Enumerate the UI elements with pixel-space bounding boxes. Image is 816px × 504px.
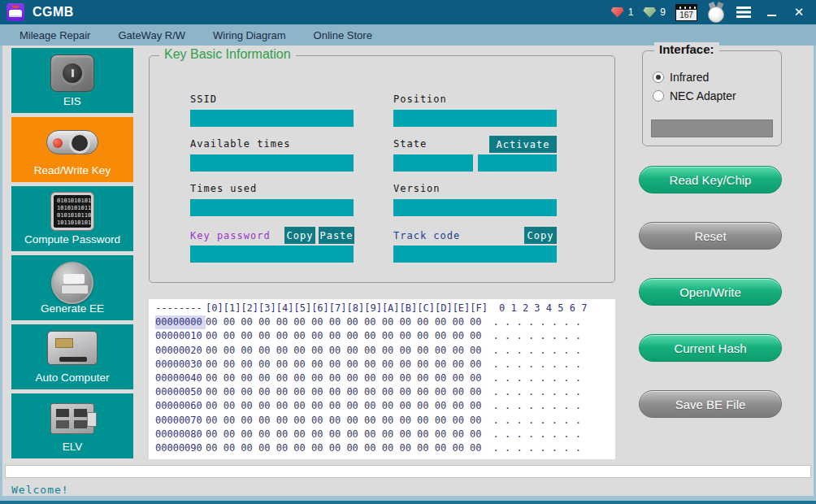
hex-column-header: [7]	[329, 302, 347, 314]
hex-ascii-cell: . . . . . . . .	[493, 428, 581, 441]
sidebar-item[interactable]: ELV	[11, 393, 133, 458]
interface-panel-title: Interface:	[654, 42, 719, 56]
interface-progress-bar	[651, 119, 773, 137]
times-used-field[interactable]	[190, 199, 354, 216]
key-password-copy-button[interactable]: Copy	[284, 227, 315, 244]
key-password-paste-button[interactable]: Paste	[319, 227, 354, 244]
state-field-2[interactable]	[478, 154, 557, 172]
menu-item[interactable]: Wiring Diagram	[213, 29, 286, 41]
hex-ascii-cell: . . . . . . . .	[493, 371, 581, 385]
hex-column-header: [5]	[293, 302, 311, 314]
hex-bytes-cell: 00 00 00 00 00 00 00 00 00 00 00 00 00 0…	[206, 371, 482, 385]
hex-ascii-cell: . . . . . . . .	[493, 329, 581, 343]
version-field[interactable]	[393, 199, 557, 216]
hex-row[interactable]: 0000009000 00 00 00 00 00 00 00 00 00 00…	[155, 441, 615, 455]
close-button[interactable]: ✕	[790, 0, 808, 24]
menu-item[interactable]: Online Store	[314, 29, 372, 41]
hex-offset-cell: 00000020	[155, 344, 206, 358]
hex-row[interactable]: 0000005000 00 00 00 00 00 00 00 00 00 00…	[155, 385, 615, 399]
hex-row[interactable]: 0000008000 00 00 00 00 00 00 00 00 00 00…	[155, 428, 615, 441]
sidebar-item-icon	[51, 262, 93, 304]
hex-bytes-cell: 00 00 00 00 00 00 00 00 00 00 00 00 00 0…	[206, 329, 482, 343]
sidebar: EISRead/Write KeyCompute PasswordGenerat…	[11, 48, 133, 458]
interface-radio-option[interactable]: Infrared	[653, 71, 736, 84]
hex-ascii-cell: . . . . . . . .	[493, 414, 581, 428]
hamburger-menu-button[interactable]	[735, 0, 753, 24]
action-button[interactable]: Save BE File	[639, 390, 782, 418]
hex-bytes-cell: 00 00 00 00 00 00 00 00 00 00 00 00 00 0…	[206, 315, 482, 329]
menu-item[interactable]: GateWay R/W	[118, 29, 185, 41]
action-button[interactable]: Current Hash	[639, 334, 782, 362]
hex-column-header: [D]	[435, 302, 453, 314]
hex-bytes-cell: 00 00 00 00 00 00 00 00 00 00 00 00 00 0…	[206, 414, 482, 428]
hex-row[interactable]: 0000003000 00 00 00 00 00 00 00 00 00 00…	[155, 358, 615, 371]
app-window: CGMB 1 9 167 ✕ Mileage RepairGateWay	[0, 0, 816, 504]
track-code-copy-button[interactable]: Copy	[524, 227, 557, 244]
hex-column-header: [6]	[311, 302, 329, 314]
hex-offset-cell: 00000070	[155, 414, 206, 428]
minimize-button[interactable]	[762, 0, 780, 24]
hex-bytes-cell: 00 00 00 00 00 00 00 00 00 00 00 00 00 0…	[206, 344, 482, 358]
hex-ascii-header: 0 1 2 3 4 5 6 7	[499, 302, 587, 315]
red-gem-badge: 1	[611, 7, 634, 18]
interface-radio-option[interactable]: NEC Adapter	[653, 89, 736, 102]
state-label: State	[393, 138, 427, 150]
hex-row[interactable]: 0000004000 00 00 00 00 00 00 00 00 00 00…	[155, 371, 615, 385]
hex-ascii-cell: . . . . . . . .	[493, 315, 581, 329]
green-gem-icon	[643, 7, 656, 18]
hex-column-header: [B]	[400, 302, 418, 314]
key-password-field[interactable]	[190, 245, 354, 263]
hex-column-header: [8]	[347, 302, 365, 314]
action-button[interactable]: Reset	[639, 222, 782, 250]
hex-column-header: [2]	[241, 302, 258, 314]
menu-item[interactable]: Mileage Repair	[20, 29, 90, 41]
hex-row[interactable]: 0000001000 00 00 00 00 00 00 00 00 00 00…	[155, 329, 615, 343]
track-code-field[interactable]	[393, 245, 557, 263]
sidebar-item[interactable]: Read/Write Key	[11, 117, 133, 182]
hex-offset-cell: 00000010	[155, 329, 206, 343]
hex-row[interactable]: 0000006000 00 00 00 00 00 00 00 00 00 00…	[155, 399, 615, 413]
hex-dump-viewer[interactable]: --------[0][1][2][3][4][5][6][7][8][9][A…	[149, 299, 615, 459]
sidebar-item-label: ELV	[63, 441, 83, 453]
status-progress-bar	[5, 465, 811, 478]
hamburger-icon	[736, 7, 751, 9]
action-button[interactable]: Read Key/Chip	[639, 166, 782, 193]
hex-offset-cell: 00000080	[155, 428, 206, 441]
sidebar-item[interactable]: Compute Password	[11, 186, 133, 251]
radio-label: NEC Adapter	[670, 89, 736, 102]
action-button-column: Read Key/ChipResetOpen/WriteCurrent Hash…	[639, 166, 782, 418]
window-frame-bottom-edge	[0, 501, 816, 504]
medal-icon[interactable]	[707, 2, 725, 24]
state-field[interactable]	[393, 154, 473, 172]
hex-column-header: [9]	[364, 302, 382, 314]
key-password-label: Key password	[190, 230, 271, 241]
green-gem-count: 9	[660, 7, 666, 18]
available-times-field[interactable]	[190, 154, 354, 172]
position-field[interactable]	[393, 110, 557, 127]
sidebar-item[interactable]: Auto Computer	[11, 324, 133, 389]
hex-rows: 0000000000 00 00 00 00 00 00 00 00 00 00…	[155, 315, 615, 455]
hex-offset-header: --------	[155, 302, 206, 315]
hex-column-header: [A]	[382, 302, 400, 314]
hex-bytes-cell: 00 00 00 00 00 00 00 00 00 00 00 00 00 0…	[206, 428, 482, 441]
ssid-field[interactable]	[190, 110, 354, 127]
track-code-label: Track code	[393, 230, 460, 241]
available-times-label: Available times	[190, 138, 290, 150]
hex-column-header: [3]	[258, 302, 276, 314]
hex-ascii-cell: . . . . . . . .	[493, 385, 581, 399]
activate-button[interactable]: Activate	[489, 136, 557, 153]
hex-column-header: [C]	[417, 302, 435, 314]
sidebar-item[interactable]: EIS	[11, 48, 133, 113]
hex-row[interactable]: 0000000000 00 00 00 00 00 00 00 00 00 00…	[155, 315, 615, 329]
hex-row[interactable]: 0000007000 00 00 00 00 00 00 00 00 00 00…	[155, 414, 615, 428]
sidebar-item[interactable]: Generate EE	[11, 255, 133, 320]
action-button[interactable]: Open/Write	[639, 278, 782, 306]
sidebar-item-label: Read/Write Key	[34, 164, 111, 176]
hex-offset-cell: 00000060	[155, 399, 206, 413]
green-gem-badge: 9	[643, 7, 666, 18]
hex-row[interactable]: 0000002000 00 00 00 00 00 00 00 00 00 00…	[155, 344, 615, 358]
hex-header-row: --------[0][1][2][3][4][5][6][7][8][9][A…	[155, 302, 615, 315]
status-message: Welcome!	[11, 484, 69, 496]
hex-column-headers: [0][1][2][3][4][5][6][7][8][9][A][B][C][…	[206, 302, 488, 315]
hex-ascii-cell: . . . . . . . .	[493, 358, 581, 371]
